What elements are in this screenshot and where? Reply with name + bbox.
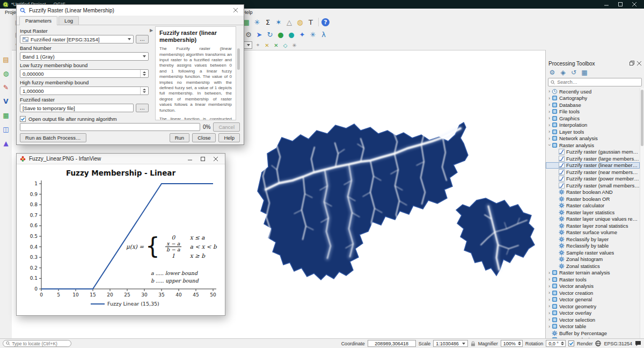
toolbox-item[interactable]: Fuzzify raster (power membership) xyxy=(546,176,640,183)
star-tool-icon[interactable]: ✦ xyxy=(297,30,307,39)
toolbox-item[interactable]: Fuzzify raster (near membership) xyxy=(546,169,640,176)
help-panel-expander-icon[interactable]: ▶ xyxy=(150,28,153,33)
help-button[interactable]: Help xyxy=(218,133,240,142)
toolbox-item[interactable]: Fuzzify raster (large membership) xyxy=(546,155,640,162)
north-arrow-icon[interactable]: ➤ xyxy=(254,30,264,39)
select-by-expression-icon[interactable]: ✶ xyxy=(274,17,283,27)
toolbox-item[interactable]: ›File tools xyxy=(546,108,640,115)
toolbox-item[interactable]: ›Vector creation xyxy=(546,289,640,296)
toolbox-item[interactable]: Fuzzify raster (linear membership) xyxy=(546,162,640,169)
toolbox-item[interactable]: ›Vector analysis xyxy=(546,283,640,290)
scrollbar-thumb[interactable] xyxy=(641,90,643,146)
avoid-intersections-icon[interactable]: ◇ xyxy=(281,41,289,49)
toolbox-item[interactable]: ›Graphics xyxy=(546,115,640,122)
toolbox-item[interactable]: Buffer by Percentage xyxy=(546,330,640,337)
toolbox-item[interactable]: ›Raster analysis xyxy=(546,142,640,149)
open-output-checkbox[interactable] xyxy=(20,116,26,122)
window-close-button[interactable] xyxy=(210,155,222,163)
help-icon[interactable]: ? xyxy=(321,18,330,26)
low-bound-spinbox[interactable]: 0,000000 xyxy=(20,69,149,78)
chevron-icon[interactable]: › xyxy=(547,290,552,295)
panel-float-icon[interactable] xyxy=(630,61,634,67)
window-minimize-button[interactable] xyxy=(599,1,613,8)
magnifier-spin[interactable]: 100% xyxy=(501,340,523,347)
toolbox-history-icon[interactable]: ↺ xyxy=(569,68,578,77)
chevron-icon[interactable]: › xyxy=(547,270,552,276)
window-maximize-button[interactable] xyxy=(197,155,209,163)
toolbox-item[interactable]: ›Vector overlay xyxy=(546,310,640,317)
chevron-icon[interactable]: › xyxy=(547,102,552,107)
chevron-icon[interactable]: › xyxy=(547,89,552,94)
teal-circle-icon[interactable]: ● xyxy=(287,30,296,39)
spin-up-icon[interactable] xyxy=(143,89,146,90)
vertex-editor-panel-icon[interactable]: V xyxy=(2,97,10,106)
text-annotation-icon[interactable]: T xyxy=(306,17,316,27)
band-select[interactable]: Band 1 (Gray) xyxy=(20,52,149,61)
toolbox-search[interactable] xyxy=(548,78,642,86)
toolbox-item[interactable]: ›Interpolation xyxy=(546,122,640,129)
chevron-icon[interactable]: › xyxy=(547,96,552,101)
irfanview-titlebar[interactable]: Fuzzy_Linear.PNG - IrfanView xyxy=(17,154,225,164)
input-raster-select[interactable]: Fuzzified raster [EPSG:31254] xyxy=(20,35,134,44)
chevron-icon[interactable]: › xyxy=(547,129,552,134)
spin-down-icon[interactable] xyxy=(518,344,521,345)
window-minimize-button[interactable] xyxy=(184,155,196,163)
messages-icon[interactable] xyxy=(635,340,641,346)
toolbox-item[interactable]: ›Recently used xyxy=(546,88,640,95)
refresh-circle-icon[interactable]: ↻ xyxy=(265,30,275,39)
toolbox-item[interactable]: Reclassify by layer xyxy=(546,236,640,243)
topology-check-icon[interactable]: ✳ xyxy=(290,41,298,49)
window-close-button[interactable] xyxy=(627,1,641,8)
toolbox-item[interactable]: ›Raster tools xyxy=(546,276,640,283)
chevron-icon[interactable]: › xyxy=(547,136,552,141)
lambda-expression-icon[interactable]: λ xyxy=(319,30,328,39)
asterisk-tool-icon[interactable]: ✳ xyxy=(308,30,318,39)
toolbox-item[interactable]: Raster calculator xyxy=(546,202,640,209)
toolbox-item[interactable]: Raster surface volume xyxy=(546,229,640,236)
toolbox-item[interactable]: ›Layer tools xyxy=(546,128,640,135)
chevron-icon[interactable]: › xyxy=(547,303,552,309)
scale-select[interactable]: 1:1030486 xyxy=(433,340,468,347)
toolbox-item[interactable]: ›Raster terrain analysis xyxy=(546,270,640,277)
tab-parameters[interactable]: Parameters xyxy=(19,16,57,25)
toolbox-item[interactable]: Zonal statistics xyxy=(546,263,640,270)
window-maximize-button[interactable] xyxy=(613,1,627,8)
output-path-field[interactable]: [Save to temporary file] xyxy=(20,104,134,112)
toolbox-search-input[interactable] xyxy=(557,79,639,85)
toolbox-item[interactable]: ›Cartography xyxy=(546,95,640,102)
output-browse-button[interactable]: … xyxy=(136,104,149,112)
chevron-icon[interactable]: › xyxy=(547,109,552,114)
close-button[interactable]: Close xyxy=(192,133,216,142)
chevron-icon[interactable]: › xyxy=(547,317,552,322)
dialog-titlebar[interactable]: Fuzzify Raster (Linear Membership) xyxy=(17,5,244,16)
locate-search[interactable] xyxy=(3,340,71,347)
input-raster-browse-button[interactable]: … xyxy=(136,35,149,44)
chevron-icon[interactable]: › xyxy=(547,115,552,121)
layers-panel-icon[interactable]: ▤ xyxy=(2,55,10,64)
mesh-panel-icon[interactable]: ◫ xyxy=(2,125,10,134)
spin-down-icon[interactable] xyxy=(143,74,146,76)
attribute-panel-icon[interactable]: ▦ xyxy=(2,111,10,120)
toolbox-models-icon[interactable]: ◈ xyxy=(559,68,567,77)
high-bound-spinbox[interactable]: 1,000000 xyxy=(20,86,149,95)
chevron-icon[interactable]: › xyxy=(547,122,552,128)
chevron-icon[interactable]: › xyxy=(547,277,552,282)
crs-status-button[interactable]: EPSG:31254 xyxy=(604,341,632,346)
toolbox-item[interactable]: ›Vector selection xyxy=(546,316,640,323)
locate-input[interactable] xyxy=(12,341,68,346)
spin-up-icon[interactable] xyxy=(143,71,146,73)
toolbox-item[interactable]: Sample raster values xyxy=(546,249,640,256)
toolbox-results-icon[interactable]: ▦ xyxy=(580,68,589,77)
toolbox-item[interactable]: Zonal histogram xyxy=(546,256,640,263)
chevron-icon[interactable]: › xyxy=(547,284,552,289)
chevron-icon[interactable]: › xyxy=(547,310,552,316)
tab-log[interactable]: Log xyxy=(58,16,79,25)
chevron-icon[interactable]: › xyxy=(547,143,552,148)
rotation-spin[interactable]: 0,0 ° xyxy=(546,340,566,347)
snap-vertex-icon[interactable]: ✕ xyxy=(263,41,271,49)
snap-segment-icon[interactable]: ✕ xyxy=(272,41,280,49)
chevron-icon[interactable]: › xyxy=(547,297,552,302)
toolbox-item[interactable]: Raster boolean OR xyxy=(546,195,640,202)
toolbox-item[interactable]: ›Vector table xyxy=(546,323,640,330)
green-circle-icon[interactable]: ● xyxy=(276,30,286,39)
